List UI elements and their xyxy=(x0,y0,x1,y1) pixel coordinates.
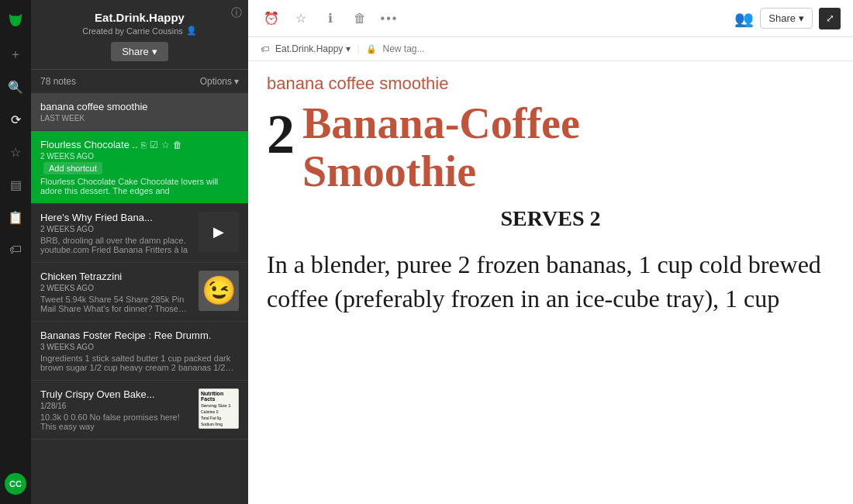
note-content: Chicken Tetrazzini 2 WEEKS AGO Tweet 5.9… xyxy=(40,271,192,313)
info-icon[interactable]: ℹ xyxy=(319,8,341,29)
trash-icon[interactable]: 🗑 xyxy=(349,8,371,29)
icon-rail: ＋ 🔍 ⟳ ☆ ▤ 📋 🏷 CC xyxy=(0,0,31,504)
recipe-body: In a blender, puree 2 frozen bananas, 1 … xyxy=(267,247,834,317)
fullscreen-button[interactable]: ⤢ xyxy=(819,8,841,29)
note-title: Chicken Tetrazzini xyxy=(40,271,192,282)
note-check-icon: ☑ xyxy=(150,140,158,150)
emoji-thumbnail: 😉 xyxy=(202,274,237,307)
lock-icon: 🔒 xyxy=(366,44,377,54)
list-item[interactable]: Here's Why Fried Bana... 2 WEEKS AGO BRB… xyxy=(31,204,248,263)
note-excerpt: Ingredients 1 stick salted butter 1 cup … xyxy=(40,354,239,372)
toolbar-left: ⏰ ☆ ℹ 🗑 ••• xyxy=(261,8,400,29)
note-excerpt: 10.3k 0 0.60 No false promises here! Thi… xyxy=(40,413,192,431)
note-link-icon: ⎘ xyxy=(141,140,147,150)
search-icon[interactable]: 🔍 xyxy=(6,78,25,96)
note-content: Truly Crispy Oven Bake... 1/28/16 10.3k … xyxy=(40,388,192,431)
options-chevron-icon: ▾ xyxy=(234,76,239,87)
note-header-bar: 🏷 Eat.Drink.Happy ▾ | 🔒 xyxy=(248,37,853,61)
options-button[interactable]: Options ▾ xyxy=(200,76,239,87)
more-icon[interactable]: ••• xyxy=(378,8,400,29)
note-star-icon: ☆ xyxy=(161,140,170,150)
note-excerpt: Tweet 5.94k Share 54 Share 285k Pin Mail… xyxy=(40,295,192,313)
note-thumbnail: Nutrition Facts Serving Size 1 Calories … xyxy=(199,388,239,429)
note-body[interactable]: 2 Banana-CoffeeSmoothie SERVES 2 In a bl… xyxy=(248,100,853,504)
user-icon: 👤 xyxy=(186,26,197,36)
shortcuts-icon[interactable]: ☆ xyxy=(6,143,25,161)
notebook-title: Eat.Drink.Happy xyxy=(43,11,236,24)
list-item[interactable]: Chicken Tetrazzini 2 WEEKS AGO Tweet 5.9… xyxy=(31,263,248,322)
toolbar: ⏰ ☆ ℹ 🗑 ••• 👥 Share ▾ ⤢ xyxy=(248,0,853,37)
note-date: LAST WEEK xyxy=(40,114,239,123)
note-thumbnail: ▶ xyxy=(199,212,239,252)
notes-bar: 78 notes Options ▾ xyxy=(31,70,248,93)
notebooks-icon[interactable]: 📋 xyxy=(6,208,25,226)
alarm-icon[interactable]: ⏰ xyxy=(261,8,282,29)
separator: | xyxy=(357,43,359,54)
share-button[interactable]: Share ▾ xyxy=(760,8,813,29)
note-trash-icon: 🗑 xyxy=(173,140,182,150)
notebook-tag[interactable]: Eat.Drink.Happy ▾ xyxy=(275,43,351,54)
recipe-name: Banana-CoffeeSmoothie xyxy=(302,100,580,195)
note-title: Bananas Foster Recipe : Ree Drumm. xyxy=(40,330,239,341)
note-main-title: banana coffee smoothie xyxy=(267,74,834,94)
recipe-number: 2 xyxy=(267,106,295,162)
note-date: 3 WEEKS AGO xyxy=(40,343,239,351)
new-note-icon[interactable]: ＋ xyxy=(6,45,25,64)
notes-count: 78 notes xyxy=(40,76,76,87)
tags-icon[interactable]: 🏷 xyxy=(6,240,25,259)
recipe-serves: SERVES 2 xyxy=(267,205,834,233)
chevron-down-icon: ▾ xyxy=(152,46,157,57)
list-item[interactable]: Flourless Chocolate .. ⎘ ☑ ☆ 🗑 2 WEEKS A… xyxy=(31,131,248,204)
list-item[interactable]: Bananas Foster Recipe : Ree Drumm. 3 WEE… xyxy=(31,322,248,381)
note-title-area: banana coffee smoothie xyxy=(248,61,853,100)
notebook-subtitle: Created by Carrie Cousins 👤 xyxy=(43,26,236,36)
nutrition-thumbnail: Nutrition Facts Serving Size 1 Calories … xyxy=(199,388,239,429)
note-date: 1/28/16 xyxy=(40,402,192,410)
list-item[interactable]: Truly Crispy Oven Bake... 1/28/16 10.3k … xyxy=(31,381,248,440)
play-icon: ▶ xyxy=(213,223,224,240)
note-title: Flourless Chocolate .. xyxy=(40,139,138,150)
note-excerpt: Flourless Chocolate Cake Chocolate lover… xyxy=(40,177,239,195)
star-icon[interactable]: ☆ xyxy=(290,8,312,29)
note-title: Truly Crispy Oven Bake... xyxy=(40,388,192,400)
fullscreen-icon: ⤢ xyxy=(826,12,834,24)
sidebar-info-icon[interactable]: ⓘ xyxy=(231,6,242,20)
note-title: banana coffee smoothie xyxy=(40,101,239,112)
note-title: Here's Why Fried Bana... xyxy=(40,212,192,223)
note-tag-icon: 🏷 xyxy=(261,44,269,54)
toolbar-right: 👥 Share ▾ ⤢ xyxy=(734,8,841,29)
note-date: 2 WEEKS AGO xyxy=(40,225,192,233)
recipe-content: 2 Banana-CoffeeSmoothie SERVES 2 In a bl… xyxy=(267,100,834,316)
note-date: 2 WEEKS AGO xyxy=(40,152,239,161)
note-content: Here's Why Fried Bana... 2 WEEKS AGO BRB… xyxy=(40,212,192,254)
add-shortcut-button[interactable]: Add shortcut xyxy=(43,162,102,174)
note-content: Bananas Foster Recipe : Ree Drumm. 3 WEE… xyxy=(40,330,239,372)
sidebar-header: Eat.Drink.Happy Created by Carrie Cousin… xyxy=(31,0,248,70)
main-content: ⏰ ☆ ℹ 🗑 ••• 👥 Share ▾ ⤢ 🏷 Eat.Drink.Happ… xyxy=(248,0,853,504)
note-content: Flourless Chocolate .. ⎘ ☑ ☆ 🗑 2 WEEKS A… xyxy=(40,139,239,195)
users-icon[interactable]: 👥 xyxy=(734,9,754,28)
share-chevron-icon: ▾ xyxy=(799,12,804,24)
note-date: 2 WEEKS AGO xyxy=(40,284,192,292)
sync-icon[interactable]: ⟳ xyxy=(6,110,25,129)
tag-input[interactable] xyxy=(383,43,499,54)
list-item[interactable]: banana coffee smoothie LAST WEEK xyxy=(31,93,248,131)
app-logo[interactable] xyxy=(5,9,26,31)
notes-list: banana coffee smoothie LAST WEEK Flourle… xyxy=(31,93,248,504)
note-excerpt: BRB, drooling all over the damn place. y… xyxy=(40,236,192,254)
notes-icon[interactable]: ▤ xyxy=(6,175,25,194)
user-avatar[interactable]: CC xyxy=(5,473,26,495)
sidebar: Eat.Drink.Happy Created by Carrie Cousin… xyxy=(31,0,248,504)
notebook-chevron-icon: ▾ xyxy=(346,43,351,54)
sidebar-share-button[interactable]: Share ▾ xyxy=(111,42,168,61)
note-content: banana coffee smoothie LAST WEEK xyxy=(40,101,239,123)
note-thumbnail: 😉 xyxy=(199,271,239,311)
